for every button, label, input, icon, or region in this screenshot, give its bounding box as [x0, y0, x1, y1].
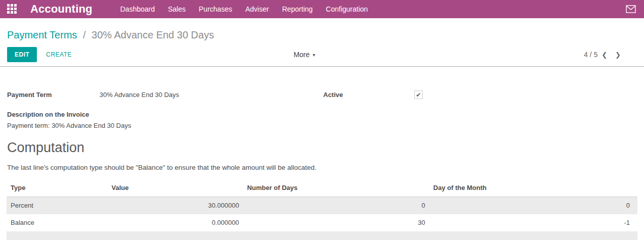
navbar-menu: Dashboard Sales Purchases Adviser Report…: [114, 1, 374, 18]
cell-number-of-days: 0: [243, 197, 429, 214]
nav-item-sales[interactable]: Sales: [162, 1, 192, 18]
column-header-value[interactable]: Value: [108, 181, 243, 197]
breadcrumb-separator: /: [83, 29, 86, 40]
nav-item-adviser[interactable]: Adviser: [239, 1, 276, 18]
checkmark-icon: ✔: [416, 92, 421, 98]
messages-envelope-icon[interactable]: [626, 5, 637, 14]
pager-value[interactable]: 4 / 5: [584, 51, 598, 59]
brand-accounting[interactable]: Accounting: [30, 3, 92, 16]
column-header-type[interactable]: Type: [7, 181, 108, 197]
column-header-day-of-the-month[interactable]: Day of the Month: [429, 181, 637, 197]
more-dropdown-label: More: [293, 51, 310, 59]
caret-down-icon: ▾: [313, 52, 315, 58]
chevron-left-icon: ❮: [602, 51, 607, 59]
nav-item-purchases[interactable]: Purchases: [192, 1, 239, 18]
create-button[interactable]: CREATE: [39, 47, 79, 62]
pager: 4 / 5 ❮ ❯: [584, 50, 625, 60]
computation-heading: Computation: [7, 140, 637, 156]
nav-item-dashboard[interactable]: Dashboard: [114, 1, 162, 18]
active-checkbox[interactable]: ✔: [414, 90, 423, 99]
form-sheet: Payment Term 30% Advance End 30 Days Act…: [0, 67, 644, 171]
table-header-row: Type Value Number of Days Day of the Mon…: [7, 181, 637, 197]
cell-value: 0.000000: [108, 214, 243, 231]
pager-next-button[interactable]: ❯: [611, 50, 625, 60]
table-row-percent[interactable]: Percent 30.000000 0 0: [7, 197, 637, 214]
payment-term-label: Payment Term: [7, 91, 100, 99]
breadcrumb-current: 30% Advance End 30 Days: [91, 29, 214, 40]
column-header-number-of-days[interactable]: Number of Days: [243, 181, 429, 197]
table-empty-stripe: [7, 231, 637, 240]
nav-item-configuration[interactable]: Configuration: [319, 1, 374, 18]
edit-button[interactable]: EDIT: [7, 47, 37, 62]
cell-day-of-the-month: 0: [429, 197, 637, 214]
description-label: Description on the Invoice: [7, 111, 637, 118]
nav-item-reporting[interactable]: Reporting: [275, 1, 319, 18]
computation-table: Type Value Number of Days Day of the Mon…: [7, 181, 637, 231]
description-value: Payment term: 30% Advance End 30 Days: [7, 122, 637, 129]
active-label: Active: [323, 91, 414, 99]
breadcrumb: Payment Terms / 30% Advance End 30 Days: [7, 18, 644, 44]
pager-previous-button[interactable]: ❮: [598, 50, 611, 60]
control-panel: Payment Terms / 30% Advance End 30 Days …: [0, 18, 644, 65]
cell-type: Balance: [7, 214, 108, 231]
breadcrumb-payment-terms-link[interactable]: Payment Terms: [7, 29, 77, 40]
table-row-balance[interactable]: Balance 0.000000 30 -1: [7, 214, 637, 231]
payment-term-value: 30% Advance End 30 Days: [100, 91, 179, 99]
more-dropdown[interactable]: More ▾: [293, 51, 315, 59]
chevron-right-icon: ❯: [615, 51, 621, 59]
cell-type: Percent: [7, 197, 108, 214]
cell-day-of-the-month: -1: [429, 214, 637, 231]
cell-value: 30.000000: [108, 197, 243, 214]
cell-number-of-days: 30: [243, 214, 429, 231]
computation-help-text: The last line's computation type should …: [7, 164, 637, 171]
apps-grid-icon[interactable]: [7, 4, 18, 15]
top-navbar: Accounting Dashboard Sales Purchases Adv…: [0, 0, 644, 18]
